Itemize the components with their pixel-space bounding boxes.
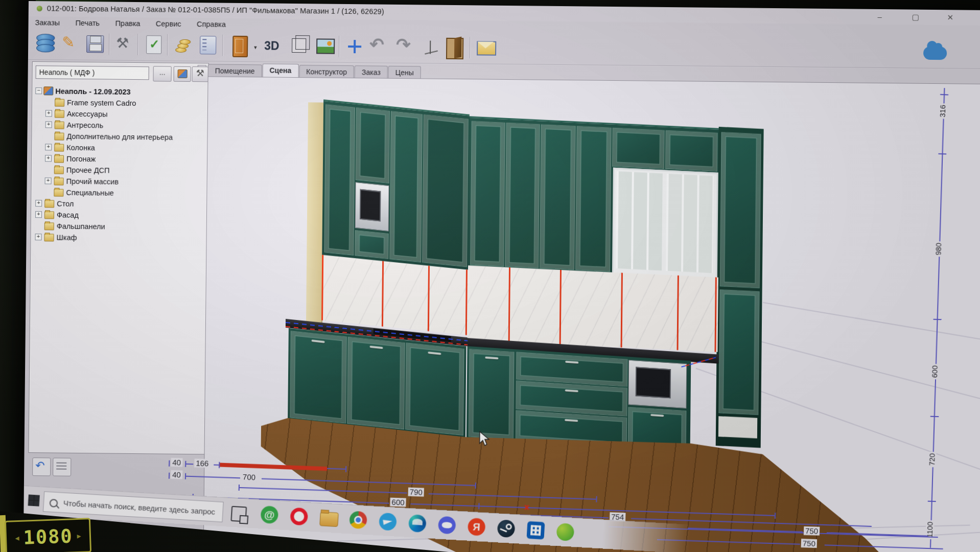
tab-prices[interactable]: Цены — [388, 66, 421, 79]
material-combo[interactable]: Неаполь ( МДФ ) — [36, 65, 149, 80]
menu-help[interactable]: Справка — [190, 18, 232, 29]
menu-orders[interactable]: Заказы — [29, 16, 67, 27]
chrome-icon[interactable] — [349, 511, 367, 529]
check-order-button[interactable] — [142, 33, 165, 56]
discord-icon[interactable] — [438, 516, 456, 535]
explorer-icon[interactable] — [319, 512, 339, 527]
tree-item[interactable]: + Колонка — [32, 142, 207, 154]
panel-list-icon — [200, 36, 216, 54]
close-button[interactable]: ✕ — [938, 11, 963, 24]
minimize-button[interactable]: – — [868, 11, 892, 23]
dim-600: 600 — [930, 364, 939, 380]
menu-print[interactable]: Печать — [68, 17, 106, 28]
kitchen-upper-cabinets-right — [468, 116, 722, 279]
search-icon — [50, 499, 58, 508]
expand-icon[interactable]: + — [45, 177, 52, 184]
folder-icon — [54, 132, 64, 140]
panel-tools-button[interactable]: ⚒ — [192, 66, 208, 82]
open-door-button[interactable] — [443, 36, 466, 59]
folder-icon — [54, 144, 64, 151]
door-dropdown-caret[interactable]: ▾ — [254, 44, 257, 51]
folder-icon — [54, 189, 63, 196]
expand-icon[interactable]: + — [35, 200, 42, 206]
cabinet-door-button[interactable] — [227, 34, 251, 57]
menu-edit[interactable]: Правка — [108, 17, 147, 28]
tree-item[interactable]: + Антресоль — [32, 119, 208, 131]
built-in-microwave — [628, 360, 687, 408]
tab-order[interactable]: Заказ — [355, 65, 388, 79]
tools-button[interactable]: ⚒ — [112, 33, 135, 56]
edge-icon[interactable] — [408, 514, 427, 533]
wireframe-button[interactable] — [288, 34, 311, 58]
notes-button[interactable] — [53, 457, 71, 476]
save-button[interactable] — [82, 32, 106, 56]
cloud-icon[interactable] — [923, 47, 947, 60]
tree-item[interactable]: Дополнительно для интерьера — [32, 130, 207, 143]
menu-service[interactable]: Сервис — [149, 17, 188, 28]
redo-icon: ↷ — [396, 34, 411, 55]
axes-icon — [425, 39, 440, 55]
mode-3d-label[interactable]: 3D — [264, 39, 279, 53]
edit-button[interactable]: ✎ — [58, 32, 81, 56]
mail-agent-icon[interactable]: @ — [260, 505, 278, 524]
tab-scene[interactable]: Сцена — [262, 63, 298, 78]
expand-icon[interactable]: + — [45, 121, 52, 128]
folder-icon — [55, 121, 64, 129]
undo-button[interactable]: ↶ — [367, 35, 391, 58]
kitchen-upper-cabinets-left — [322, 100, 470, 270]
tree-item[interactable]: Прочее ДСП — [32, 164, 207, 176]
tree-item[interactable]: + Фасад — [31, 209, 207, 221]
yandex-browser-icon[interactable]: Я — [468, 518, 486, 536]
open-door-icon — [446, 38, 463, 59]
tree-item[interactable]: Фальшпанели — [31, 220, 207, 233]
price-button[interactable] — [171, 33, 195, 57]
sync-button[interactable]: ↶ — [32, 457, 51, 476]
tree-item[interactable]: + Погонаж — [32, 153, 207, 165]
tab-room[interactable]: Помещение — [208, 64, 262, 77]
calculator-icon[interactable] — [527, 521, 545, 540]
save-icon — [86, 35, 104, 53]
expand-icon[interactable]: + — [45, 144, 52, 150]
start-button[interactable] — [28, 495, 40, 507]
refresh-icon: ↶ — [35, 459, 45, 472]
expand-icon[interactable]: + — [45, 110, 52, 117]
database-icon — [36, 34, 54, 52]
folder-icon — [54, 166, 64, 174]
taskbar-search[interactable]: Чтобы начать поиск, введите здесь запрос — [43, 491, 224, 522]
expand-icon[interactable]: + — [45, 155, 52, 162]
tree-item[interactable]: Специальные — [31, 187, 207, 199]
browse-button[interactable]: ... — [153, 66, 172, 81]
app-icon — [37, 6, 42, 11]
house-icon — [43, 86, 53, 95]
axes-button[interactable] — [421, 35, 444, 59]
tree-item[interactable]: + Прочий массив — [32, 175, 207, 188]
database-button[interactable] — [32, 32, 56, 55]
photo-of-monitor: 012-001: Бодрова Наталья / Заказ № 012-0… — [0, 0, 980, 552]
telegram-icon[interactable] — [379, 513, 397, 531]
spec-panel-button[interactable] — [196, 33, 219, 57]
window-title: 012-001: Бодрова Наталья / Заказ № 012-0… — [47, 4, 384, 15]
list-icon — [56, 463, 66, 471]
render-image-button[interactable] — [312, 34, 336, 58]
maximize-button[interactable]: ▢ — [903, 11, 928, 23]
collapse-icon[interactable]: − — [35, 87, 42, 94]
image-icon — [316, 38, 335, 54]
opera-icon[interactable] — [290, 508, 308, 526]
tree-item[interactable]: + Аксессуары — [32, 108, 208, 120]
task-view-icon[interactable] — [231, 506, 247, 522]
center-view-button[interactable] — [343, 35, 366, 58]
steam-icon[interactable] — [497, 519, 516, 538]
tree-item[interactable]: Frame system Cadro — [32, 97, 208, 109]
material-paint-button[interactable] — [173, 66, 191, 82]
folder-icon — [44, 200, 54, 208]
tree-item[interactable]: + Стол — [31, 198, 207, 210]
tree-item-root[interactable]: − Неаполь - 12.09.2023 — [32, 85, 208, 98]
app-icon-partial[interactable] — [556, 523, 574, 541]
expand-icon[interactable]: + — [35, 211, 42, 218]
expand-icon[interactable]: + — [35, 234, 42, 240]
tree-item[interactable]: + Шкаф — [31, 232, 206, 244]
tab-constructor[interactable]: Конструктор — [299, 65, 354, 78]
clipboard-check-icon — [146, 35, 161, 54]
mail-button[interactable] — [474, 36, 497, 59]
redo-button[interactable]: ↷ — [394, 35, 417, 59]
